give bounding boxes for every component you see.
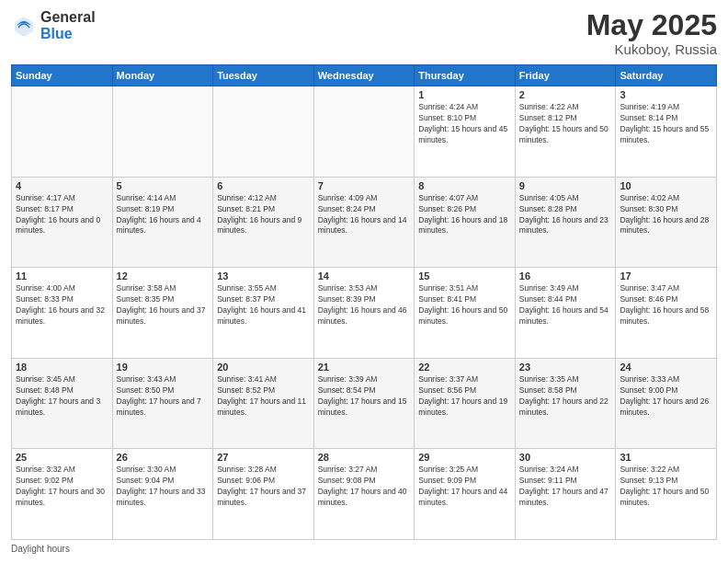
logo-text: General Blue [40, 9, 96, 41]
day-number: 28 [318, 452, 411, 463]
day-number: 26 [117, 452, 210, 463]
calendar-cell: 12Sunrise: 3:58 AMSunset: 8:35 PMDayligh… [112, 268, 213, 359]
day-info: Sunrise: 3:58 AMSunset: 8:35 PMDaylight:… [117, 283, 210, 327]
day-number: 17 [620, 270, 712, 282]
day-info: Sunrise: 3:43 AMSunset: 8:50 PMDaylight:… [117, 374, 210, 419]
calendar-week-1: 1Sunrise: 4:24 AMSunset: 8:10 PMDaylight… [12, 86, 717, 178]
day-info: Sunrise: 4:00 AMSunset: 8:33 PMDaylight:… [16, 283, 108, 327]
day-number: 1 [418, 89, 511, 100]
day-number: 6 [217, 180, 310, 191]
day-number: 10 [620, 180, 712, 191]
calendar-cell [213, 86, 314, 178]
day-info: Sunrise: 3:53 AMSunset: 8:39 PMDaylight:… [318, 283, 411, 327]
calendar-cell: 30Sunrise: 3:24 AMSunset: 9:11 PMDayligh… [515, 449, 616, 540]
col-thursday: Thursday [415, 65, 516, 86]
day-number: 18 [16, 362, 108, 373]
day-info: Sunrise: 4:07 AMSunset: 8:26 PMDaylight:… [418, 193, 511, 237]
col-monday: Monday [112, 65, 213, 86]
day-info: Sunrise: 4:24 AMSunset: 8:10 PMDaylight:… [418, 102, 511, 146]
calendar-cell: 25Sunrise: 3:32 AMSunset: 9:02 PMDayligh… [12, 449, 113, 540]
calendar-cell: 23Sunrise: 3:35 AMSunset: 8:58 PMDayligh… [515, 358, 616, 449]
day-number: 8 [418, 180, 511, 191]
day-info: Sunrise: 4:02 AMSunset: 8:30 PMDaylight:… [620, 193, 712, 237]
day-info: Sunrise: 3:24 AMSunset: 9:11 PMDaylight:… [519, 465, 612, 509]
calendar-cell: 14Sunrise: 3:53 AMSunset: 8:39 PMDayligh… [313, 268, 415, 359]
day-number: 2 [519, 89, 612, 100]
calendar-cell: 26Sunrise: 3:30 AMSunset: 9:04 PMDayligh… [112, 449, 213, 540]
col-saturday: Saturday [616, 65, 717, 86]
calendar-cell: 15Sunrise: 3:51 AMSunset: 8:41 PMDayligh… [415, 268, 516, 359]
calendar-cell: 5Sunrise: 4:14 AMSunset: 8:19 PMDaylight… [112, 177, 213, 268]
title-block: May 2025 Kukoboy, Russia [586, 9, 717, 57]
logo: General Blue [11, 9, 96, 41]
calendar-cell [112, 86, 213, 178]
calendar-cell: 16Sunrise: 3:49 AMSunset: 8:44 PMDayligh… [515, 268, 616, 359]
day-number: 25 [16, 452, 108, 463]
logo-blue: Blue [40, 26, 96, 42]
calendar-week-3: 11Sunrise: 4:00 AMSunset: 8:33 PMDayligh… [12, 268, 717, 359]
calendar-week-5: 25Sunrise: 3:32 AMSunset: 9:02 PMDayligh… [12, 449, 717, 540]
page: General Blue May 2025 Kukoboy, Russia Su… [0, 0, 728, 563]
day-info: Sunrise: 3:55 AMSunset: 8:37 PMDaylight:… [217, 283, 310, 327]
logo-icon [11, 13, 37, 39]
day-info: Sunrise: 3:25 AMSunset: 9:09 PMDaylight:… [418, 465, 511, 509]
day-number: 13 [217, 270, 310, 282]
col-wednesday: Wednesday [313, 65, 415, 86]
calendar-cell: 4Sunrise: 4:17 AMSunset: 8:17 PMDaylight… [12, 177, 113, 268]
calendar-header-row: Sunday Monday Tuesday Wednesday Thursday… [12, 65, 717, 86]
calendar-cell: 22Sunrise: 3:37 AMSunset: 8:56 PMDayligh… [415, 358, 516, 449]
day-info: Sunrise: 3:30 AMSunset: 9:04 PMDaylight:… [117, 465, 210, 509]
day-number: 23 [519, 362, 612, 373]
day-number: 15 [418, 270, 511, 282]
title-month: May 2025 [586, 9, 717, 41]
calendar-cell [313, 86, 415, 178]
calendar-cell: 6Sunrise: 4:12 AMSunset: 8:21 PMDaylight… [213, 177, 314, 268]
calendar-table: Sunday Monday Tuesday Wednesday Thursday… [11, 64, 717, 540]
calendar-week-2: 4Sunrise: 4:17 AMSunset: 8:17 PMDaylight… [12, 177, 717, 268]
day-number: 30 [519, 452, 612, 463]
calendar-cell: 10Sunrise: 4:02 AMSunset: 8:30 PMDayligh… [616, 177, 717, 268]
day-info: Sunrise: 4:09 AMSunset: 8:24 PMDaylight:… [318, 193, 411, 237]
day-info: Sunrise: 4:19 AMSunset: 8:14 PMDaylight:… [620, 102, 712, 146]
day-info: Sunrise: 3:35 AMSunset: 8:58 PMDaylight:… [519, 374, 612, 419]
svg-marker-0 [15, 17, 33, 37]
day-number: 29 [418, 452, 511, 463]
calendar-cell: 24Sunrise: 3:33 AMSunset: 9:00 PMDayligh… [616, 358, 717, 449]
day-info: Sunrise: 3:39 AMSunset: 8:54 PMDaylight:… [318, 374, 411, 419]
day-info: Sunrise: 3:51 AMSunset: 8:41 PMDaylight:… [418, 283, 511, 327]
day-number: 5 [117, 180, 210, 191]
day-number: 21 [318, 362, 411, 373]
day-info: Sunrise: 3:37 AMSunset: 8:56 PMDaylight:… [418, 374, 511, 419]
day-info: Sunrise: 3:49 AMSunset: 8:44 PMDaylight:… [519, 283, 612, 327]
calendar-cell: 9Sunrise: 4:05 AMSunset: 8:28 PMDaylight… [515, 177, 616, 268]
calendar-cell: 17Sunrise: 3:47 AMSunset: 8:46 PMDayligh… [616, 268, 717, 359]
day-info: Sunrise: 3:22 AMSunset: 9:13 PMDaylight:… [620, 465, 712, 509]
day-info: Sunrise: 3:28 AMSunset: 9:06 PMDaylight:… [217, 465, 310, 509]
calendar-cell: 28Sunrise: 3:27 AMSunset: 9:08 PMDayligh… [313, 449, 415, 540]
day-number: 7 [318, 180, 411, 191]
footer-note: Daylight hours [11, 544, 717, 554]
day-number: 14 [318, 270, 411, 282]
calendar-cell: 11Sunrise: 4:00 AMSunset: 8:33 PMDayligh… [12, 268, 113, 359]
day-info: Sunrise: 3:27 AMSunset: 9:08 PMDaylight:… [318, 465, 411, 509]
day-number: 20 [217, 362, 310, 373]
day-info: Sunrise: 4:12 AMSunset: 8:21 PMDaylight:… [217, 193, 310, 237]
calendar-cell: 20Sunrise: 3:41 AMSunset: 8:52 PMDayligh… [213, 358, 314, 449]
day-number: 31 [620, 452, 712, 463]
day-number: 16 [519, 270, 612, 282]
day-number: 9 [519, 180, 612, 191]
title-location: Kukoboy, Russia [586, 41, 717, 57]
calendar-cell: 7Sunrise: 4:09 AMSunset: 8:24 PMDaylight… [313, 177, 415, 268]
day-info: Sunrise: 4:14 AMSunset: 8:19 PMDaylight:… [117, 193, 210, 237]
calendar-cell: 2Sunrise: 4:22 AMSunset: 8:12 PMDaylight… [515, 86, 616, 178]
day-info: Sunrise: 4:17 AMSunset: 8:17 PMDaylight:… [16, 193, 108, 237]
day-info: Sunrise: 3:41 AMSunset: 8:52 PMDaylight:… [217, 374, 310, 419]
calendar-cell: 3Sunrise: 4:19 AMSunset: 8:14 PMDaylight… [616, 86, 717, 178]
day-number: 24 [620, 362, 712, 373]
calendar-cell: 29Sunrise: 3:25 AMSunset: 9:09 PMDayligh… [415, 449, 516, 540]
calendar-cell: 1Sunrise: 4:24 AMSunset: 8:10 PMDaylight… [415, 86, 516, 178]
col-friday: Friday [515, 65, 616, 86]
calendar-cell: 13Sunrise: 3:55 AMSunset: 8:37 PMDayligh… [213, 268, 314, 359]
daylight-label: Daylight hours [11, 544, 70, 554]
day-info: Sunrise: 3:33 AMSunset: 9:00 PMDaylight:… [620, 374, 712, 419]
